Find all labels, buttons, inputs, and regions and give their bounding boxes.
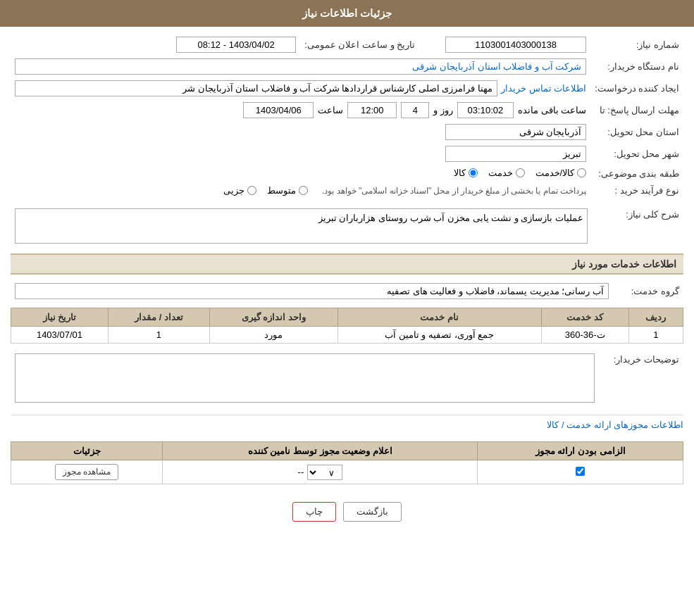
cell-service-code: ت-36-360 [541, 327, 628, 344]
permissions-section-title: اطلاعات مجوزهای ارائه خدمت / کالا [11, 415, 683, 434]
services-section: گروه خدمت: ردیف کد خدمت نام خدمت واحد ان… [11, 280, 683, 344]
buyer-notes-table: توضیحات خریدار: [11, 351, 683, 408]
purchase-type-row: نوع فرآیند خرید : متوسط جزیی [11, 182, 683, 199]
page-title: جزئیات اطلاعات نیاز [302, 7, 392, 19]
requester-label: ایجاد کننده درخواست: [590, 77, 683, 99]
print-button[interactable]: چاپ [292, 502, 336, 522]
delivery-city-cell [11, 143, 590, 165]
buyer-notes-section: توضیحات خریدار: [11, 351, 683, 408]
response-date-input[interactable] [243, 102, 314, 118]
description-label: شرح کلی نیاز: [592, 206, 683, 246]
page-header: جزئیات اطلاعات نیاز [0, 0, 694, 27]
description-display: عملیات بازسازی و نشت یابی مخزن آب شرب رو… [15, 208, 588, 244]
content-area: شماره نیاز: تاریخ و ساعت اعلان عمومی: نا… [0, 27, 694, 539]
response-time-input[interactable] [347, 102, 397, 118]
response-time-label: ساعت [318, 105, 343, 115]
view-permit-button[interactable]: مشاهده مجوز [55, 464, 118, 480]
permissions-section: الزامی بودن ارائه مجوز اعلام وضعیت مجوز … [11, 441, 683, 484]
page-wrapper: جزئیات اطلاعات نیاز شماره نیاز: تاریخ و … [0, 0, 694, 616]
category-cell: کالا/خدمت خدمت کالا [11, 165, 590, 182]
need-number-cell [441, 34, 590, 56]
table-row: ∨ -- مشاهده مجوز [11, 460, 683, 484]
perm-col-required: الزامی بودن ارائه مجوز [478, 442, 683, 460]
col-service-code: کد خدمت [541, 308, 628, 327]
perm-cell-details: مشاهده مجوز [11, 460, 163, 484]
buyer-notes-cell [11, 351, 599, 408]
requester-input[interactable] [15, 80, 497, 96]
col-service-name: نام خدمت [337, 308, 541, 327]
purchase-option-medium[interactable]: متوسط [267, 185, 308, 196]
buyer-notes-row: توضیحات خریدار: [11, 351, 683, 408]
description-section: شرح کلی نیاز: عملیات بازسازی و نشت یابی … [11, 206, 683, 246]
description-table: شرح کلی نیاز: عملیات بازسازی و نشت یابی … [11, 206, 683, 246]
buyer-org-cell [11, 56, 590, 77]
delivery-province-cell [11, 121, 590, 143]
perm-cell-status: ∨ -- [163, 460, 478, 484]
services-header-row: ردیف کد خدمت نام خدمت واحد اندازه گیری ت… [11, 308, 683, 327]
category-radio-khedmat[interactable] [516, 168, 525, 177]
permissions-body: ∨ -- مشاهده مجوز [11, 460, 683, 484]
response-deadline-row: مهلت ارسال پاسخ: تا ساعت روز و ساعت باقی… [11, 99, 683, 121]
response-remaining-input[interactable] [457, 102, 514, 118]
category-option-kala[interactable]: کالا [454, 168, 478, 178]
basic-info-section: شماره نیاز: تاریخ و ساعت اعلان عمومی: نا… [11, 34, 683, 199]
col-quantity: تعداد / مقدار [108, 308, 209, 327]
permissions-table: الزامی بودن ارائه مجوز اعلام وضعیت مجوز … [11, 441, 683, 484]
permissions-header-row: الزامی بودن ارائه مجوز اعلام وضعیت مجوز … [11, 442, 683, 460]
category-label: طبقه بندی موضوعی: [590, 165, 683, 182]
category-radio-group: کالا/خدمت خدمت کالا [454, 168, 587, 178]
service-group-input[interactable] [15, 283, 609, 299]
need-number-input[interactable] [445, 37, 586, 53]
category-radio-kala[interactable] [469, 168, 478, 177]
perm-col-status: اعلام وضعیت مجوز توسط نامین کننده [163, 442, 478, 460]
table-row: 1 ت-36-360 جمع آوری، تصفیه و تامین آب مو… [11, 327, 683, 344]
perm-col-details: جزئیات [11, 442, 163, 460]
buyer-notes-textarea[interactable] [15, 353, 595, 403]
description-cell: عملیات بازسازی و نشت یابی مخزن آب شرب رو… [11, 206, 592, 246]
cell-date: 1403/07/01 [11, 327, 109, 344]
service-group-table: گروه خدمت: [11, 280, 683, 302]
announcement-date-cell [11, 34, 300, 56]
response-days-input[interactable] [401, 102, 429, 118]
buyer-notes-label: توضیحات خریدار: [599, 351, 683, 408]
perm-status-value: -- [298, 467, 304, 477]
cell-service-name: جمع آوری، تصفیه و تامین آب [337, 327, 541, 344]
service-group-label: گروه خدمت: [613, 280, 683, 302]
services-table-body: 1 ت-36-360 جمع آوری، تصفیه و تامین آب مو… [11, 327, 683, 344]
footer-buttons: بازگشت چاپ [11, 491, 683, 532]
response-deadline-cell: ساعت روز و ساعت باقی مانده [11, 99, 590, 121]
basic-info-table: شماره نیاز: تاریخ و ساعت اعلان عمومی: نا… [11, 34, 683, 199]
purchase-radio-partial[interactable] [247, 186, 256, 195]
category-radio-kala-khedmat[interactable] [577, 168, 586, 177]
services-table: ردیف کد خدمت نام خدمت واحد اندازه گیری ت… [11, 308, 683, 344]
requester-row: ایجاد کننده درخواست: اطلاعات تماس خریدار [11, 77, 683, 99]
permissions-title-text: اطلاعات مجوزهای ارائه خدمت / کالا [547, 420, 683, 430]
announcement-date-input[interactable] [176, 37, 296, 53]
category-option-khedmat[interactable]: خدمت [488, 168, 525, 178]
permissions-header: الزامی بودن ارائه مجوز اعلام وضعیت مجوز … [11, 442, 683, 460]
category-option-kala-khedmat[interactable]: کالا/خدمت [535, 168, 587, 178]
perm-status-select[interactable]: ∨ [307, 465, 342, 480]
purchase-option-partial[interactable]: جزیی [223, 185, 256, 196]
purchase-note: پرداخت تمام یا بخشی از مبلغ خریدار از مح… [322, 186, 586, 196]
cell-unit: مورد [210, 327, 338, 344]
announcement-date-label: تاریخ و ساعت اعلان عمومی: [300, 34, 441, 56]
service-group-row: گروه خدمت: [11, 280, 683, 302]
purchase-type-radio-group: متوسط جزیی [223, 185, 308, 196]
purchase-type-cell: متوسط جزیی پرداخت تمام یا بخشی از مبلغ خ… [11, 182, 590, 199]
buyer-org-row: نام دستگاه خریدار: [11, 56, 683, 77]
perm-required-checkbox[interactable] [576, 467, 585, 476]
buyer-org-input[interactable] [15, 58, 586, 75]
response-days-label: روز و [433, 105, 453, 115]
need-number-row: شماره نیاز: تاریخ و ساعت اعلان عمومی: [11, 34, 683, 56]
cell-row-number: 1 [628, 327, 683, 344]
col-date: تاریخ نیاز [11, 308, 109, 327]
delivery-province-row: استان محل تحویل: [11, 121, 683, 143]
col-unit: واحد اندازه گیری [210, 308, 338, 327]
back-button[interactable]: بازگشت [343, 502, 402, 522]
requester-contact-link[interactable]: اطلاعات تماس خریدار [501, 83, 586, 94]
delivery-city-input[interactable] [445, 146, 586, 162]
purchase-radio-medium[interactable] [299, 186, 308, 195]
delivery-province-input[interactable] [445, 124, 586, 140]
service-group-cell [11, 280, 613, 302]
